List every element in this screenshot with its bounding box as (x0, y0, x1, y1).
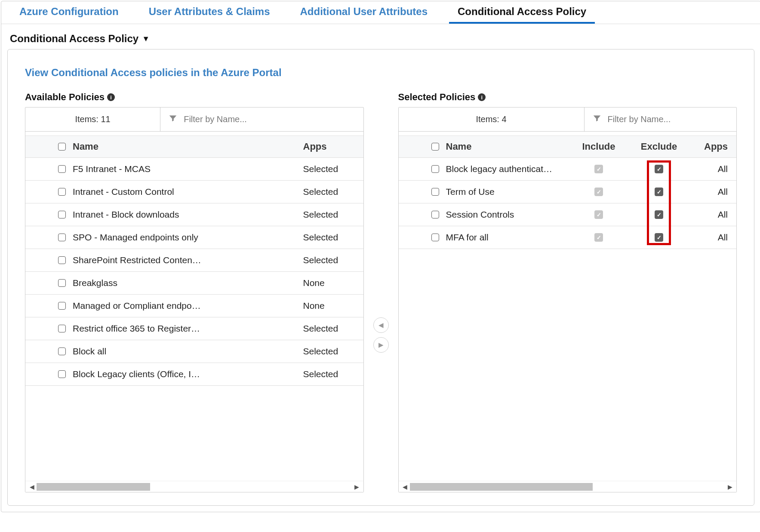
row-checkbox[interactable] (431, 188, 439, 196)
table-row[interactable]: Block Legacy clients (Office, I…Selected (25, 363, 363, 386)
table-row[interactable]: F5 Intranet - MCASSelected (25, 158, 363, 181)
selected-col-include[interactable]: Include (569, 141, 629, 152)
exclude-checkbox[interactable]: ✓ (655, 165, 663, 173)
section-toggle[interactable]: Conditional Access Policy ▼ (1, 24, 760, 49)
include-checkbox: ✓ (594, 233, 603, 242)
table-row[interactable]: Intranet - Custom ControlSelected (25, 181, 363, 203)
row-checkbox[interactable] (58, 165, 66, 173)
tab-additional-user-attributes[interactable]: Additional User Attributes (292, 1, 436, 24)
table-row[interactable]: Block allSelected (25, 340, 363, 363)
tab-azure-configuration[interactable]: Azure Configuration (11, 1, 127, 24)
tab-conditional-access-policy[interactable]: Conditional Access Policy (449, 1, 595, 24)
table-row[interactable]: SPO - Managed endpoints onlySelected (25, 226, 363, 249)
available-items-count: Items: 11 (25, 108, 160, 131)
policy-apps: Selected (303, 187, 363, 197)
row-checkbox[interactable] (431, 211, 439, 218)
selected-filter-input[interactable] (607, 114, 729, 125)
table-row[interactable]: BreakglassNone (25, 272, 363, 295)
row-checkbox[interactable] (58, 302, 66, 310)
policy-name: F5 Intranet - MCAS (73, 164, 303, 174)
policy-name: SharePoint Restricted Conten… (73, 255, 303, 265)
selected-col-exclude[interactable]: Exclude (629, 141, 689, 152)
selected-col-name[interactable]: Name (446, 141, 569, 152)
policy-apps: Selected (303, 164, 363, 174)
chevron-down-icon: ▼ (142, 34, 150, 43)
filter-icon (592, 114, 602, 125)
info-icon[interactable]: i (478, 93, 486, 101)
table-row[interactable]: Restrict office 365 to Register…Selected (25, 317, 363, 340)
exclude-checkbox[interactable]: ✓ (655, 210, 663, 219)
policy-name: SPO - Managed endpoints only (73, 232, 303, 243)
table-row[interactable]: Session Controls✓✓All (399, 203, 737, 226)
policy-apps: Selected (303, 346, 363, 357)
policy-name: Block legacy authenticat… (446, 164, 569, 174)
table-row[interactable]: MFA for all✓✓All (399, 226, 737, 249)
available-list-box: Items: 11 Name Apps (25, 107, 364, 492)
selected-list-box: Items: 4 Name Include (398, 107, 737, 492)
selected-hscroll[interactable]: ◀ ▶ (399, 481, 737, 492)
row-checkbox[interactable] (58, 325, 66, 332)
table-row[interactable]: Intranet - Block downloadsSelected (25, 203, 363, 226)
policy-apps: Selected (303, 369, 363, 379)
selected-items-count: Items: 4 (399, 108, 585, 131)
policy-apps: All (689, 164, 736, 174)
available-col-apps[interactable]: Apps (303, 141, 363, 152)
selected-select-all-checkbox[interactable] (431, 143, 439, 151)
policy-name: Session Controls (446, 209, 569, 220)
tab-user-attributes-claims[interactable]: User Attributes & Claims (140, 1, 279, 24)
policy-name: Restrict office 365 to Register… (73, 323, 303, 334)
policy-name: Block all (73, 346, 303, 357)
policy-apps: Selected (303, 209, 363, 220)
policy-name: Breakglass (73, 278, 303, 288)
selected-title: Selected Policies (398, 92, 476, 103)
tabs-bar: Azure Configuration User Attributes & Cl… (1, 1, 760, 24)
row-checkbox[interactable] (58, 234, 66, 241)
row-checkbox[interactable] (58, 211, 66, 218)
available-title: Available Policies (25, 92, 105, 103)
policy-name: MFA for all (446, 232, 569, 243)
policy-apps: All (689, 232, 736, 243)
include-checkbox: ✓ (594, 165, 603, 173)
hscroll-left-icon[interactable]: ◀ (27, 483, 37, 490)
hscroll-right-icon[interactable]: ▶ (725, 483, 735, 490)
info-icon[interactable]: i (107, 93, 115, 101)
move-left-button[interactable]: ◀ (373, 317, 389, 333)
include-checkbox: ✓ (594, 188, 603, 196)
row-checkbox[interactable] (58, 279, 66, 287)
move-right-button[interactable]: ▶ (373, 337, 389, 353)
available-select-all-checkbox[interactable] (58, 143, 66, 151)
policy-name: Term of Use (446, 187, 569, 197)
row-checkbox[interactable] (58, 188, 66, 196)
transfer-controls: ◀ ▶ (372, 92, 390, 492)
selected-col-apps[interactable]: Apps (689, 141, 736, 152)
filter-icon (168, 114, 178, 125)
table-row[interactable]: Term of Use✓✓All (399, 181, 737, 203)
available-col-name[interactable]: Name (73, 141, 303, 152)
section-title: Conditional Access Policy (10, 33, 138, 45)
policy-apps: Selected (303, 323, 363, 334)
include-checkbox: ✓ (594, 210, 603, 219)
policy-name: Intranet - Custom Control (73, 187, 303, 197)
table-row[interactable]: Block legacy authenticat…✓✓All (399, 158, 737, 181)
row-checkbox[interactable] (58, 256, 66, 264)
policy-apps: Selected (303, 232, 363, 243)
row-checkbox[interactable] (431, 234, 439, 241)
policy-apps: None (303, 301, 363, 311)
row-checkbox[interactable] (58, 370, 66, 378)
available-scroll-area[interactable]: F5 Intranet - MCASSelectedIntranet - Cus… (25, 158, 363, 481)
view-in-azure-link[interactable]: View Conditional Access policies in the … (25, 67, 282, 79)
row-checkbox[interactable] (58, 347, 66, 355)
table-row[interactable]: SharePoint Restricted Conten…Selected (25, 249, 363, 272)
hscroll-right-icon[interactable]: ▶ (352, 483, 362, 490)
policy-apps: All (689, 187, 736, 197)
hscroll-left-icon[interactable]: ◀ (400, 483, 410, 490)
policy-name: Block Legacy clients (Office, I… (73, 369, 303, 379)
table-row[interactable]: Managed or Compliant endpo…None (25, 295, 363, 317)
available-hscroll[interactable]: ◀ ▶ (25, 481, 363, 492)
policy-apps: None (303, 278, 363, 288)
row-checkbox[interactable] (431, 165, 439, 173)
exclude-checkbox[interactable]: ✓ (655, 188, 663, 196)
exclude-checkbox[interactable]: ✓ (655, 233, 663, 242)
available-filter-input[interactable] (183, 114, 355, 125)
selected-scroll-area[interactable]: Block legacy authenticat…✓✓AllTerm of Us… (399, 158, 737, 481)
